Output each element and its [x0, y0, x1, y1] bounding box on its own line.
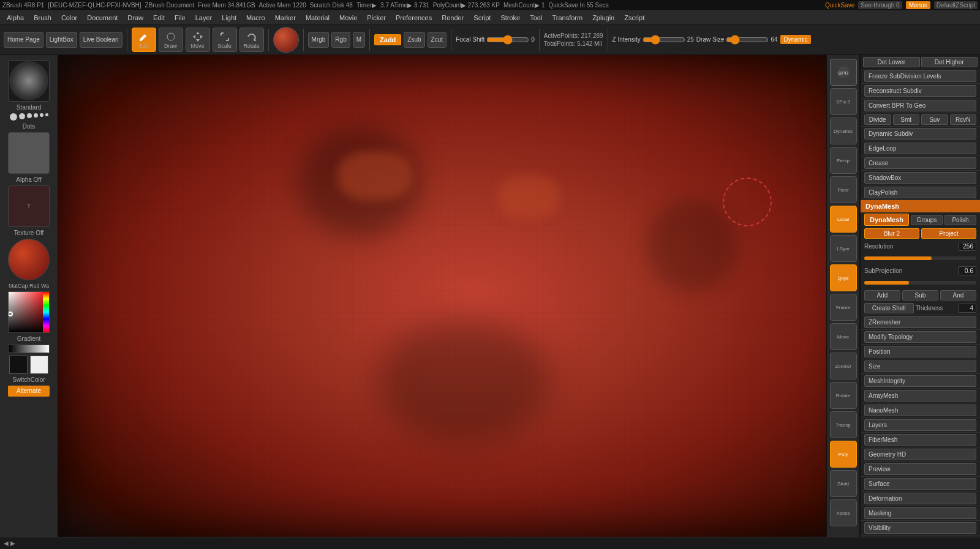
live-boolean-button[interactable]: Live Boolean [80, 32, 123, 48]
smt-button[interactable]: Smt [893, 114, 920, 125]
polish-button[interactable]: Polish [944, 215, 976, 225]
poly-button[interactable]: Poly [830, 441, 857, 468]
det-higher-button[interactable]: Det Higher [921, 57, 978, 67]
surface-button[interactable]: Surface [864, 478, 976, 490]
menu-document[interactable]: Document [83, 13, 122, 23]
bpr-button[interactable]: BPR [830, 59, 857, 86]
dynamic-subdiv-button[interactable]: Dynamic Subdiv [864, 128, 976, 140]
menu-file[interactable]: File [170, 13, 190, 23]
menu-brush[interactable]: Brush [29, 13, 56, 23]
bottom-scroll[interactable]: ◀ ▶ [4, 540, 15, 547]
qxyz-button[interactable]: Qxyz [830, 264, 857, 291]
local-button[interactable]: Local [830, 206, 857, 233]
xpose-button[interactable]: Xpose [830, 499, 857, 526]
menu-material[interactable]: Material [301, 13, 334, 23]
shadowbox-button[interactable]: ShadowBox [864, 172, 976, 184]
groups-button[interactable]: Groups [911, 215, 943, 225]
rotate-rail-button[interactable]: Rotate [830, 382, 857, 409]
menu-marker[interactable]: Marker [271, 13, 300, 23]
claypolish-button[interactable]: ClayPolish [864, 187, 976, 198]
texture-preview[interactable]: T [8, 185, 50, 227]
menu-movie[interactable]: Movie [335, 13, 361, 23]
brush-preview[interactable] [8, 60, 50, 102]
lightbox-button[interactable]: LightBox [46, 32, 77, 48]
size-button[interactable]: Size [864, 360, 976, 372]
mrgb-button[interactable]: Mrgb [308, 32, 330, 48]
draw-button[interactable]: Draw [159, 28, 183, 52]
menu-picker[interactable]: Picker [363, 13, 390, 23]
dynamic-button[interactable]: Dynamic [830, 118, 857, 144]
zadd2-button[interactable]: ZAdd [830, 470, 857, 497]
array-mesh-button[interactable]: ArrayMesh [864, 390, 976, 401]
menu-alpha[interactable]: Alpha [2, 13, 28, 23]
sculpt-canvas[interactable] [58, 55, 858, 537]
dynamic-label[interactable]: Dynamic [780, 35, 812, 44]
frame-button[interactable]: Frame [830, 294, 857, 321]
menu-zscript[interactable]: Zscript [620, 13, 649, 23]
project-button[interactable]: Project [921, 228, 976, 239]
crease-button[interactable]: Crease [864, 157, 976, 169]
masking-button[interactable]: Masking [864, 507, 976, 519]
nano-mesh-button[interactable]: NanoMesh [864, 405, 976, 416]
zcut-button[interactable]: Zcut [428, 32, 447, 48]
convert-bpr-button[interactable]: Convert BPR To Geo [864, 100, 976, 111]
modify-topology-button[interactable]: Modify Topology [864, 331, 976, 343]
zsub-button[interactable]: Zsub [404, 32, 424, 48]
dynamesh-button[interactable]: DynaMesh [864, 214, 909, 226]
script-btn[interactable]: DefaultZScript [934, 1, 978, 9]
create-shell-button[interactable]: Create Shell [864, 303, 914, 313]
swatch-white[interactable] [30, 356, 48, 374]
persp-button[interactable]: Persp [830, 147, 857, 174]
edit-button[interactable]: Edit [132, 28, 156, 52]
menu-layer[interactable]: Layer [191, 13, 217, 23]
move-rail-button[interactable]: Move [830, 323, 857, 350]
alpha-preview[interactable] [8, 132, 50, 174]
resolution-slider-track[interactable] [864, 256, 976, 260]
viewport[interactable] [58, 55, 858, 537]
visibility-button[interactable]: Visibility [864, 522, 976, 534]
menu-preferences[interactable]: Preferences [391, 13, 436, 23]
focal-shift-slider[interactable] [486, 36, 529, 43]
draw-size-slider[interactable] [726, 36, 769, 43]
material-preview[interactable] [273, 27, 299, 53]
menu-edit[interactable]: Edit [149, 13, 169, 23]
menu-script[interactable]: Script [469, 13, 495, 23]
lsym-button[interactable]: LSym [830, 235, 857, 262]
add-button[interactable]: Add [864, 290, 900, 301]
menu-transform[interactable]: Transform [548, 13, 587, 23]
menu-light[interactable]: Light [217, 13, 241, 23]
alternate-button[interactable]: Alternate [8, 386, 50, 397]
geometry-hd-button[interactable]: Geometry HD [864, 449, 976, 460]
menu-tool[interactable]: Tool [526, 13, 546, 23]
m-button[interactable]: M [353, 32, 365, 48]
preview-button[interactable]: Preview [864, 463, 976, 475]
zoomd-button[interactable]: ZoomD [830, 353, 857, 379]
zadd-button[interactable]: Zadd [374, 34, 401, 45]
gradient-bar[interactable] [8, 345, 50, 353]
mesh-integrity-button[interactable]: MeshIntegrity [864, 375, 976, 387]
rcvn-button[interactable]: RcvN [950, 114, 977, 125]
menu-stroke[interactable]: Stroke [496, 13, 524, 23]
menu-color[interactable]: Color [57, 13, 81, 23]
and-button[interactable]: And [940, 290, 976, 301]
menu-render[interactable]: Render [437, 13, 468, 23]
menu-macro[interactable]: Macro [242, 13, 270, 23]
subprojection-slider-track[interactable] [864, 281, 976, 285]
divide-button[interactable]: Divide [864, 114, 891, 125]
home-page-button[interactable]: Home Page [4, 32, 43, 48]
menu-draw[interactable]: Draw [123, 13, 148, 23]
menu-zplugin[interactable]: Zplugin [588, 13, 619, 23]
dynamesh-header[interactable]: DynaMesh [861, 200, 980, 212]
sub-button[interactable]: Sub [902, 290, 938, 301]
layers-button[interactable]: Layers [864, 419, 976, 431]
see-through[interactable]: See-through 0 [858, 1, 902, 9]
suv-button[interactable]: Suv [921, 114, 948, 125]
fiber-mesh-button[interactable]: FiberMesh [864, 434, 976, 446]
edgeloop-button[interactable]: EdgeLoop [864, 143, 976, 154]
rgb-button[interactable]: Rgb [331, 32, 350, 48]
transp-button[interactable]: Transp [830, 411, 857, 438]
reconstruct-subdiv-button[interactable]: Reconstruct Subdiv [864, 85, 976, 97]
menus-btn[interactable]: Menus [906, 1, 930, 9]
floor-button[interactable]: Floor [830, 176, 857, 203]
move-button[interactable]: Move [186, 28, 210, 52]
